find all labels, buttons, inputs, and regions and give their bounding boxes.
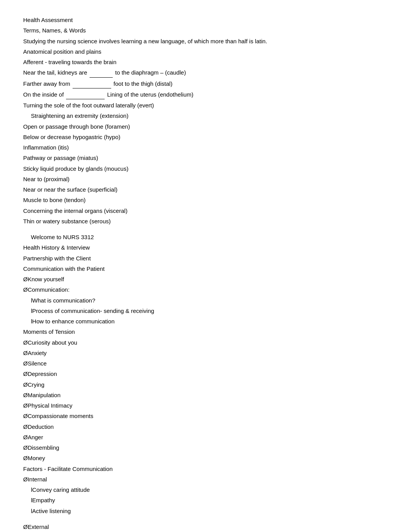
intro-text: Studying the nursing science involves le…: [23, 37, 387, 46]
mot-silence: ØSilence: [23, 359, 387, 368]
item-miatus: Pathway or passage (miatus): [23, 153, 387, 162]
comm-process: lProcess of communication- sending & rec…: [23, 306, 387, 315]
partnership-client: Partnership with the Client: [23, 254, 387, 263]
mot-curiosity: ØCuriosity about you: [23, 338, 387, 347]
health-history-interview: Health History & Interview: [23, 243, 387, 252]
item-moucus: Sticky liquid produce by glands (moucus): [23, 164, 387, 173]
item-proximal: Near to (proximal): [23, 175, 387, 184]
item-hypo: Below or decrease hypogastric (hypo): [23, 133, 387, 141]
item-visceral: Concerning the internal organs (visceral…: [23, 206, 387, 215]
blank-2: [73, 79, 111, 88]
mot-depression: ØDepression: [23, 369, 387, 378]
comm-know-yourself: ØKnow yourself: [23, 275, 387, 284]
item-foramen: Open or passage through bone (foramen): [23, 122, 387, 131]
comm-enhance: lHow to enhance communication: [23, 317, 387, 326]
welcome-text: Welcome to NURS 3312: [23, 233, 387, 241]
mot-anger: ØAnger: [23, 433, 387, 442]
factors-active-listening: lActive listening: [23, 507, 387, 515]
blank-3: [66, 90, 105, 99]
item-tendon: Muscle to bone (tendon): [23, 195, 387, 204]
mot-money: ØMoney: [23, 454, 387, 462]
item-evert: Turning the sole of the foot outward lat…: [23, 101, 387, 110]
factors-convey: lConvey caring attitude: [23, 485, 387, 494]
item-itis: Inflammation (itis): [23, 143, 387, 152]
item-tail: Near the tail, kidneys are to the diaphr…: [23, 68, 387, 77]
mot-manipulation: ØManipulation: [23, 391, 387, 399]
moments-of-tension-heading: Moments of Tension: [23, 327, 387, 336]
page-container: Health Assessment Terms, Names, & Words …: [23, 15, 387, 532]
mot-crying: ØCrying: [23, 380, 387, 389]
mot-anxiety: ØAnxiety: [23, 348, 387, 357]
page-title: Health Assessment: [23, 15, 387, 24]
mot-physical-intimacy: ØPhysical Intimacy: [23, 401, 387, 410]
comm-what-is: lWhat is communication?: [23, 296, 387, 305]
anatomical-heading: Anatomical position and plains: [23, 47, 387, 56]
factors-facilitate-heading: Factors - Facilitate Communication: [23, 464, 387, 473]
blank-1: [90, 68, 113, 77]
mot-deduction: ØDeduction: [23, 422, 387, 431]
factors-external-label: ØExternal: [23, 522, 387, 531]
item-superficial: Near or near the surface (superficial): [23, 185, 387, 194]
item-afferent: Afferent - traveling towards the brain: [23, 58, 387, 66]
item-farther: Farther away from foot to the thigh (dis…: [23, 79, 387, 88]
comm-communication: ØCommunication:: [23, 285, 387, 294]
item-serous: Thin or watery substance (serous): [23, 217, 387, 226]
page-subtitle: Terms, Names, & Words: [23, 26, 387, 35]
mot-compassionate: ØCompassionate moments: [23, 411, 387, 420]
mot-dissembling: ØDissembling: [23, 443, 387, 452]
item-extension: Straightening an extremity (extension): [23, 111, 387, 120]
factors-internal-label: ØInternal: [23, 475, 387, 484]
item-inside: On the inside of Lining of the uterus (e…: [23, 90, 387, 99]
communication-patient: Communication with the Patient: [23, 264, 387, 273]
factors-empathy: lEmpathy: [23, 496, 387, 505]
